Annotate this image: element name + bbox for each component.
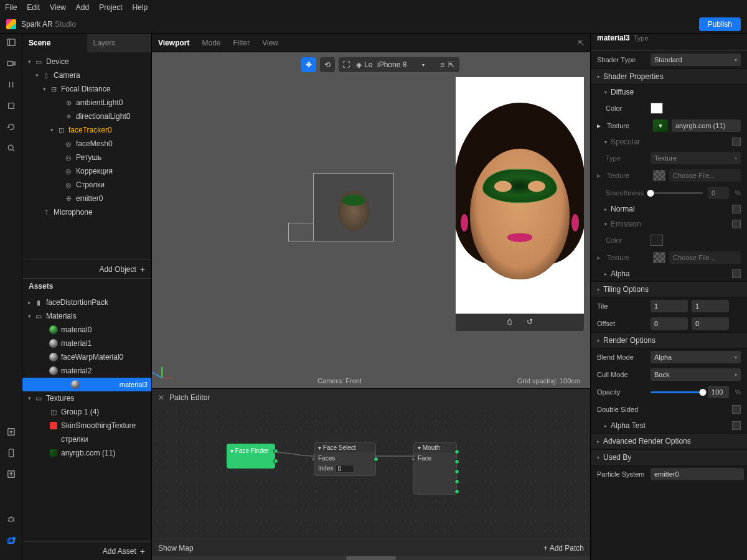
diffuse-color-swatch[interactable] — [651, 103, 663, 114]
viewport-3d[interactable]: ✥ ⟲ ⛶ ◈ Local ⊡ Pivot iPhone 8▾ ≡ ⇱ ⎙ — [152, 52, 590, 388]
add-asset-button[interactable]: Add Asset+ — [22, 541, 151, 560]
cull-mode-select[interactable]: Back▾ — [651, 368, 741, 381]
tree-item-ambientlight0[interactable]: ⊕ambientLight0 — [22, 96, 151, 110]
search-icon[interactable] — [6, 143, 16, 153]
popout-icon[interactable]: ⇱ — [578, 39, 584, 47]
stop-icon[interactable] — [6, 101, 16, 111]
particle-system-field[interactable] — [651, 468, 744, 480]
tree-item-material3[interactable]: material3 — [22, 378, 151, 391]
diffuse-texture-icon[interactable]: ▾ — [653, 119, 668, 132]
add-square-icon[interactable] — [6, 427, 16, 437]
rotate-tool-button[interactable]: ⟲ — [320, 57, 335, 72]
section-render[interactable]: ▾Render Options — [591, 332, 747, 348]
library-icon[interactable] — [6, 535, 16, 545]
tree-item-directionallight0[interactable]: ✳directionalLight0 — [22, 110, 151, 123]
refresh-icon[interactable] — [6, 122, 16, 132]
patch-canvas[interactable]: ▾ Face Finder ▾ Face Select Faces Index … — [152, 406, 590, 539]
tree-item-ретушь[interactable]: ◎Ретушь — [22, 151, 151, 164]
emission-texture-select[interactable]: Choose File... — [669, 251, 741, 264]
tree-item-anyrgb.com-(11)[interactable]: anyrgb.com (11) — [22, 446, 151, 460]
menu-project[interactable]: Project — [99, 3, 122, 12]
face-index-input[interactable] — [336, 465, 354, 473]
section-used-by[interactable]: ▾Used By — [591, 449, 747, 465]
double-sided-checkbox[interactable] — [732, 405, 741, 414]
specular-texture-swatch[interactable] — [653, 170, 665, 181]
tree-item-materials[interactable]: ▾▭Materials — [22, 309, 151, 323]
tab-view[interactable]: View — [262, 39, 278, 47]
video-icon[interactable] — [6, 58, 16, 68]
offset-y-input[interactable] — [692, 317, 729, 330]
device-icon[interactable] — [6, 448, 16, 458]
subsection-alpha[interactable]: ▸Alpha — [591, 266, 747, 281]
tree-item-group-1-(4)[interactable]: ◫Group 1 (4) — [22, 405, 151, 419]
alpha-test-checkbox[interactable] — [732, 421, 741, 430]
tree-item-стрелки[interactable]: ◎Стрелки — [22, 178, 151, 192]
move-tool-button[interactable]: ✥ — [301, 57, 316, 72]
tab-filter[interactable]: Filter — [233, 39, 250, 47]
section-shader-properties[interactable]: ▾Shader Properties — [591, 68, 747, 85]
tree-item-material2[interactable]: material2 — [22, 364, 151, 378]
export-icon[interactable] — [6, 469, 16, 479]
tree-item-device[interactable]: ▾▭Device — [22, 55, 151, 68]
tile-x-input[interactable] — [651, 300, 688, 312]
show-map-button[interactable]: Show Map — [158, 544, 194, 553]
axis-gizmo[interactable] — [162, 360, 181, 378]
tree-item-facedistortionpack[interactable]: ▸▮faceDistortionPack — [22, 296, 151, 309]
bug-icon[interactable] — [6, 514, 16, 524]
section-advanced[interactable]: ▸Advanced Render Options — [591, 433, 747, 449]
specular-texture-select[interactable]: Choose File... — [669, 169, 741, 182]
opacity-slider[interactable] — [651, 391, 703, 393]
node-mouth[interactable]: ▾ Mouth Face — [413, 442, 457, 495]
node-face-select[interactable]: ▾ Face Select Faces Index — [314, 442, 376, 476]
menu-file[interactable]: File — [5, 3, 17, 12]
tree-item-skinsmoothingtexture[interactable]: SkinSmoothingTexture — [22, 419, 151, 432]
add-patch-button[interactable]: + Add Patch — [543, 544, 584, 553]
offset-x-input[interactable] — [651, 317, 688, 330]
menu-view[interactable]: View — [50, 3, 66, 12]
specular-type-select[interactable]: Texture▾ — [651, 152, 741, 164]
tree-item-коррекция[interactable]: ◎Коррекция — [22, 164, 151, 178]
pause-icon[interactable] — [6, 80, 16, 90]
emission-checkbox[interactable] — [732, 220, 741, 228]
tree-item-textures[interactable]: ▾▭Textures — [22, 391, 151, 405]
capture-icon[interactable]: ⎙ — [507, 317, 512, 326]
tree-item-material1[interactable]: material1 — [22, 337, 151, 350]
close-patch-icon[interactable]: ✕ — [158, 393, 164, 402]
emission-texture-swatch[interactable] — [653, 252, 665, 263]
tree-item-facemesh0[interactable]: ◎faceMesh0 — [22, 137, 151, 151]
normal-checkbox[interactable] — [732, 205, 741, 213]
add-object-button[interactable]: Add Object+ — [22, 259, 151, 278]
tab-mode[interactable]: Mode — [202, 39, 220, 47]
menu-help[interactable]: Help — [133, 3, 148, 12]
tree-item-focal-distance[interactable]: ▾⊟Focal Distance — [22, 82, 151, 96]
tree-item-camera[interactable]: ▾▯Camera — [22, 68, 151, 82]
tree-item-material0[interactable]: material0 — [22, 323, 151, 337]
subsection-emission[interactable]: ▾Emission — [591, 217, 747, 231]
blend-mode-select[interactable]: Alpha▾ — [651, 351, 741, 363]
tree-item-стрелки[interactable]: стрелки — [22, 432, 151, 446]
tree-item-microphone[interactable]: ⍑Microphone — [22, 205, 151, 219]
emission-color-swatch[interactable] — [651, 235, 663, 246]
subsection-normal[interactable]: ▸Normal — [591, 202, 747, 217]
smoothness-slider[interactable] — [651, 192, 703, 194]
tree-item-facetracker0[interactable]: ▾⊡faceTracker0 — [22, 123, 151, 137]
specular-checkbox[interactable] — [732, 138, 741, 146]
menu-edit[interactable]: Edit — [27, 3, 40, 12]
smoothness-input[interactable] — [708, 187, 729, 199]
opacity-input[interactable] — [708, 386, 729, 398]
restart-icon[interactable]: ↺ — [527, 317, 533, 326]
tree-item-facewarpmaterial0[interactable]: faceWarpMaterial0 — [22, 350, 151, 364]
tab-viewport[interactable]: Viewport — [158, 39, 189, 47]
tab-layers[interactable]: Layers — [87, 34, 152, 52]
subsection-alpha-test[interactable]: ▸Alpha Test — [591, 418, 747, 433]
section-tiling[interactable]: ▾Tiling Options — [591, 281, 747, 297]
diffuse-texture-select[interactable]: anyrgb.com (11) — [672, 119, 741, 132]
subsection-diffuse[interactable]: ▾Diffuse — [591, 85, 747, 100]
menu-add[interactable]: Add — [76, 3, 89, 12]
alpha-checkbox[interactable] — [732, 269, 741, 278]
shader-type-select[interactable]: Standard▾ — [651, 54, 741, 66]
patch-scrollbar[interactable] — [152, 556, 590, 560]
node-face-finder[interactable]: ▾ Face Finder — [227, 444, 275, 469]
subsection-specular[interactable]: ▾Specular — [591, 134, 747, 149]
tile-y-input[interactable] — [692, 300, 729, 312]
